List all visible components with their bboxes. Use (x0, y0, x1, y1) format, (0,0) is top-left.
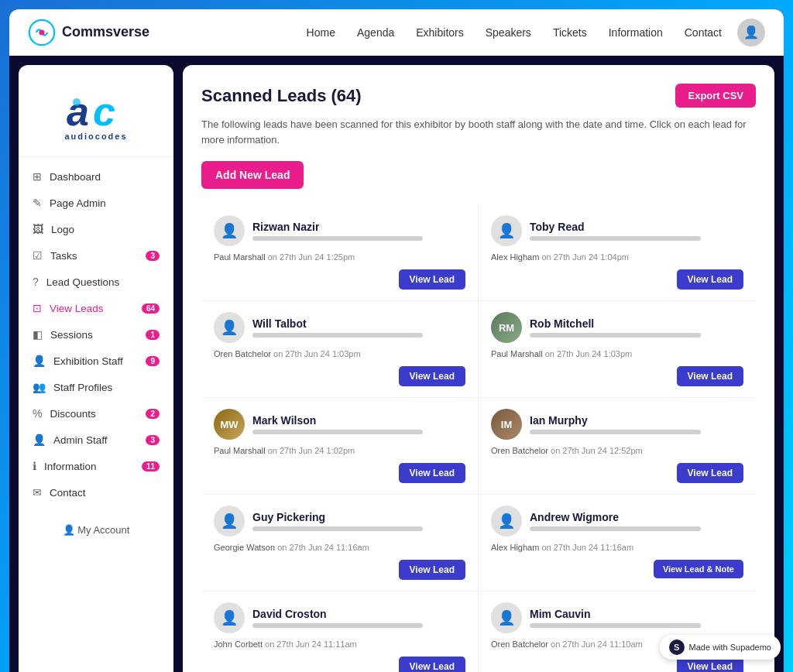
lead-meta: John Corbett on 27th Jun 24 11:11am (214, 639, 465, 649)
nav-link-information[interactable]: Information (609, 26, 663, 39)
nav-link-agenda[interactable]: Agenda (357, 26, 394, 39)
lead-staff: Oren Batchelor (491, 639, 548, 649)
nav-link-exhibitors[interactable]: Exhibitors (416, 26, 463, 39)
sessions-icon: ◧ (33, 328, 43, 341)
view-lead-button[interactable]: View Lead & Note (654, 560, 743, 578)
page-title: Scanned Leads (64) (201, 86, 362, 106)
tasks-badge: 3 (146, 251, 160, 261)
lead-card: 👤 Guy Pickering Georgie Watson on 27th J… (201, 495, 479, 591)
information-icon: ℹ (33, 460, 36, 472)
view-lead-button[interactable]: View Lead (399, 560, 465, 580)
lead-date: on 27th Jun 24 11:16am (277, 543, 369, 552)
svg-text:a: a (67, 89, 89, 134)
app-container: Commsverse Home Agenda Exhibitors Speake… (9, 9, 784, 672)
logo-menu-icon: 🖼 (33, 223, 43, 235)
export-csv-button[interactable]: Export CSV (675, 84, 756, 108)
lead-info: Guy Pickering (252, 511, 465, 531)
svg-point-4 (73, 98, 81, 106)
lead-actions: View Lead (214, 269, 465, 290)
lead-name: Andrew Wigmore (530, 511, 743, 523)
sidebar-item-lead-questions[interactable]: ? Lead Questions (19, 269, 173, 295)
contact-icon: ✉ (33, 486, 42, 499)
lead-avatar: 👤 (214, 215, 245, 246)
lead-name: Mim Cauvin (530, 608, 743, 620)
lead-staff: Oren Batchelor (214, 349, 271, 358)
lead-avatar: IM (491, 409, 522, 440)
main-content: Scanned Leads (64) Export CSV The follow… (183, 65, 774, 672)
lead-bar (530, 236, 701, 241)
sidebar-item-sessions[interactable]: ◧ Sessions 1 (19, 321, 173, 348)
lead-top: 👤 Will Talbot (214, 312, 465, 343)
view-lead-button[interactable]: View Lead (399, 269, 465, 290)
content-description: The following leads have been scanned fo… (201, 117, 756, 147)
lead-avatar: MW (214, 409, 245, 440)
my-account-link[interactable]: 👤 My Account (19, 512, 173, 548)
lead-date: on 27th Jun 24 11:10am (551, 639, 643, 649)
view-lead-button[interactable]: View Lead (677, 269, 743, 290)
sidebar-item-staff-profiles[interactable]: 👥 Staff Profiles (19, 374, 173, 400)
user-avatar[interactable]: 👤 (737, 19, 765, 46)
lead-top: MW Mark Wilson (214, 409, 465, 440)
nav-link-home[interactable]: Home (307, 26, 335, 39)
lead-staff: Oren Batchelor (491, 446, 548, 455)
sidebar-item-information[interactable]: ℹ Information 11 (19, 453, 173, 479)
sidebar-item-tasks[interactable]: ☑ Tasks 3 (19, 242, 173, 269)
nav-link-tickets[interactable]: Tickets (553, 26, 587, 39)
lead-actions: View Lead & Note (491, 560, 743, 578)
lead-date: on 27th Jun 24 1:25pm (268, 252, 355, 262)
view-lead-button[interactable]: View Lead (399, 366, 465, 386)
supademo-icon: S (669, 639, 685, 655)
nav-link-contact[interactable]: Contact (685, 26, 722, 39)
lead-staff: Paul Marshall (214, 446, 266, 455)
view-lead-button[interactable]: View Lead (399, 463, 465, 483)
lead-meta: Alex Higham on 27th Jun 24 1:04pm (491, 252, 743, 262)
sidebar-item-contact[interactable]: ✉ Contact (19, 479, 173, 506)
sidebar-item-logo[interactable]: 🖼 Logo (19, 216, 173, 242)
discounts-icon: % (33, 407, 42, 420)
lead-top: 👤 Toby Read (491, 215, 743, 246)
sidebar-label-view-leads: View Leads (50, 303, 104, 314)
lead-avatar: RM (491, 312, 522, 343)
sidebar-item-view-leads[interactable]: ⊡ View Leads 64 (19, 295, 173, 321)
supademo-label: Made with Supademo (689, 643, 771, 652)
lead-card: 👤 Toby Read Alex Higham on 27th Jun 24 1… (479, 204, 756, 301)
lead-staff: Paul Marshall (491, 349, 543, 358)
lead-avatar: 👤 (491, 506, 522, 537)
nav-logo-text: Commsverse (62, 24, 149, 40)
lead-meta: Paul Marshall on 27th Jun 24 1:25pm (214, 252, 465, 262)
sidebar-item-page-admin[interactable]: ✎ Page Admin (19, 190, 173, 216)
lead-bar (530, 333, 701, 338)
lead-top: IM Ian Murphy (491, 409, 743, 440)
lead-name: Rizwan Nazir (252, 221, 465, 233)
logo-area: Commsverse (28, 19, 149, 46)
information-badge: 11 (142, 461, 160, 471)
main-body: a c audiocodes ⊞ Dashboard ✎ Page Admin (9, 56, 784, 672)
view-lead-button[interactable]: View Lead (677, 366, 743, 386)
lead-meta: Georgie Watson on 27th Jun 24 11:16am (214, 543, 465, 552)
lead-info: Will Talbot (252, 317, 465, 338)
lead-actions: View Lead (491, 269, 743, 290)
dashboard-icon: ⊞ (33, 170, 42, 183)
sidebar-company-logo: a c audiocodes (19, 81, 173, 157)
sidebar-label-information: Information (44, 461, 97, 472)
view-lead-button[interactable]: View Lead (399, 657, 465, 672)
sessions-badge: 1 (146, 330, 160, 340)
sidebar-item-discounts[interactable]: % Discounts 2 (19, 400, 173, 427)
lead-top: 👤 David Croston (214, 602, 465, 633)
lead-info: Ian Murphy (530, 414, 743, 434)
lead-date: on 27th Jun 24 11:16am (541, 543, 633, 552)
sidebar-item-dashboard[interactable]: ⊞ Dashboard (19, 163, 173, 190)
lead-avatar: 👤 (491, 215, 522, 246)
lead-top: 👤 Guy Pickering (214, 506, 465, 537)
svg-point-1 (39, 29, 44, 35)
sidebar-item-exhibition-staff[interactable]: 👤 Exhibition Staff 9 (19, 348, 173, 374)
lead-date: on 27th Jun 24 11:11am (265, 639, 357, 649)
lead-bar (530, 526, 701, 531)
exhibition-staff-badge: 9 (146, 356, 160, 366)
view-lead-button[interactable]: View Lead (677, 463, 743, 483)
lead-actions: View Lead (214, 366, 465, 386)
sidebar-item-admin-staff[interactable]: 👤 Admin Staff 3 (19, 427, 173, 453)
add-new-lead-button[interactable]: Add New Lead (201, 161, 304, 189)
lead-name: Rob Mitchell (530, 317, 743, 330)
nav-link-speakers[interactable]: Speakers (486, 26, 531, 39)
